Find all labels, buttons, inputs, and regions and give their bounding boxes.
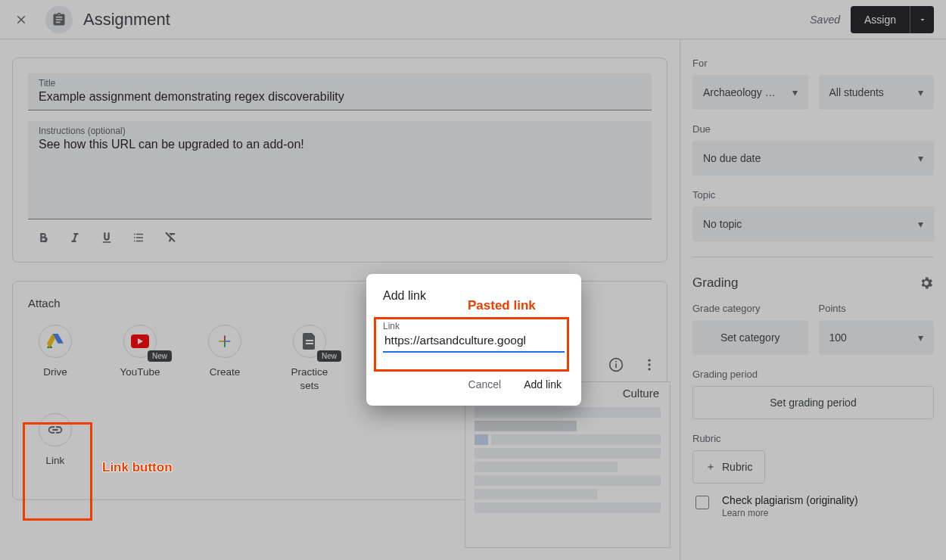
annotation-label-link-button: Link button xyxy=(102,460,173,475)
annotation-box-link-button xyxy=(23,422,92,521)
add-link-button[interactable]: Add link xyxy=(521,374,565,395)
annotation-box-pasted-link xyxy=(374,317,569,372)
cancel-button[interactable]: Cancel xyxy=(465,374,505,395)
annotation-label-pasted-link: Pasted link xyxy=(468,298,536,313)
